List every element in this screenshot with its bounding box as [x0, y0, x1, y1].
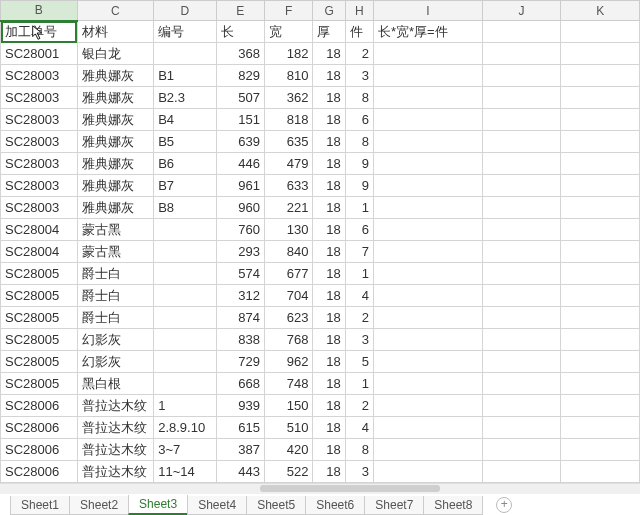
cell-H[interactable]: 2: [345, 395, 373, 417]
cell-J[interactable]: [482, 43, 561, 65]
sheet-tab-sheet2[interactable]: Sheet2: [69, 496, 129, 515]
cell-G[interactable]: 18: [313, 307, 345, 329]
cell-E[interactable]: 446: [216, 153, 264, 175]
cell-E[interactable]: 368: [216, 43, 264, 65]
cell-F[interactable]: 635: [265, 131, 313, 153]
cell-J[interactable]: [482, 109, 561, 131]
cell-H[interactable]: 5: [345, 351, 373, 373]
cell-K[interactable]: [561, 175, 640, 197]
column-header-I[interactable]: I: [373, 1, 482, 21]
cell-K[interactable]: [561, 153, 640, 175]
cell-G[interactable]: 18: [313, 395, 345, 417]
cell-I[interactable]: [373, 329, 482, 351]
cell-I[interactable]: [373, 395, 482, 417]
column-header-row[interactable]: BCDEFGHIJK: [1, 1, 640, 21]
cell-H[interactable]: 4: [345, 417, 373, 439]
cell-D[interactable]: [154, 329, 216, 351]
cell-B[interactable]: SC28004: [1, 241, 78, 263]
table-row[interactable]: SC28004蒙古黑760130186: [1, 219, 640, 241]
cell-C[interactable]: 黑白根: [77, 373, 154, 395]
sheet-tab-sheet7[interactable]: Sheet7: [364, 496, 424, 515]
cell-H[interactable]: 2: [345, 307, 373, 329]
cell-I[interactable]: [373, 87, 482, 109]
header-cell-B[interactable]: 加工单号: [1, 21, 78, 43]
cell-K[interactable]: [561, 65, 640, 87]
cell-C[interactable]: 雅典娜灰: [77, 175, 154, 197]
cell-B[interactable]: SC28006: [1, 461, 78, 483]
cell-I[interactable]: [373, 285, 482, 307]
cell-B[interactable]: SC28003: [1, 131, 78, 153]
cell-I[interactable]: [373, 351, 482, 373]
sheet-tab-sheet1[interactable]: Sheet1: [10, 496, 70, 515]
column-header-F[interactable]: F: [265, 1, 313, 21]
header-cell-K[interactable]: [561, 21, 640, 43]
cell-J[interactable]: [482, 461, 561, 483]
cell-H[interactable]: 6: [345, 109, 373, 131]
cell-J[interactable]: [482, 87, 561, 109]
cell-E[interactable]: 729: [216, 351, 264, 373]
header-cell-F[interactable]: 宽: [265, 21, 313, 43]
table-row[interactable]: SC28003雅典娜灰B7961633189: [1, 175, 640, 197]
cell-B[interactable]: SC28003: [1, 175, 78, 197]
header-cell-D[interactable]: 编号: [154, 21, 216, 43]
cell-J[interactable]: [482, 395, 561, 417]
cell-I[interactable]: [373, 439, 482, 461]
cell-C[interactable]: 雅典娜灰: [77, 153, 154, 175]
cell-E[interactable]: 443: [216, 461, 264, 483]
cell-C[interactable]: 银白龙: [77, 43, 154, 65]
column-header-E[interactable]: E: [216, 1, 264, 21]
cell-D[interactable]: B6: [154, 153, 216, 175]
sheet-tab-sheet4[interactable]: Sheet4: [187, 496, 247, 515]
cell-F[interactable]: 362: [265, 87, 313, 109]
cell-I[interactable]: [373, 153, 482, 175]
cell-J[interactable]: [482, 373, 561, 395]
cell-D[interactable]: 3~7: [154, 439, 216, 461]
cell-E[interactable]: 960: [216, 197, 264, 219]
cell-C[interactable]: 蒙古黑: [77, 241, 154, 263]
cell-E[interactable]: 874: [216, 307, 264, 329]
table-row[interactable]: SC28005幻影灰729962185: [1, 351, 640, 373]
cell-E[interactable]: 639: [216, 131, 264, 153]
cell-D[interactable]: B4: [154, 109, 216, 131]
cell-H[interactable]: 1: [345, 197, 373, 219]
table-row[interactable]: SC28006普拉达木纹11~14443522183: [1, 461, 640, 483]
cell-E[interactable]: 574: [216, 263, 264, 285]
cell-D[interactable]: B7: [154, 175, 216, 197]
cell-I[interactable]: [373, 109, 482, 131]
cell-F[interactable]: 479: [265, 153, 313, 175]
sheet-tab-sheet8[interactable]: Sheet8: [423, 496, 483, 515]
column-header-D[interactable]: D: [154, 1, 216, 21]
cell-K[interactable]: [561, 395, 640, 417]
cell-D[interactable]: B1: [154, 65, 216, 87]
cell-H[interactable]: 2: [345, 43, 373, 65]
header-cell-G[interactable]: 厚: [313, 21, 345, 43]
cell-F[interactable]: 840: [265, 241, 313, 263]
cell-B[interactable]: SC28003: [1, 197, 78, 219]
cell-G[interactable]: 18: [313, 43, 345, 65]
cell-C[interactable]: 普拉达木纹: [77, 395, 154, 417]
cell-F[interactable]: 510: [265, 417, 313, 439]
cell-D[interactable]: [154, 285, 216, 307]
cell-F[interactable]: 748: [265, 373, 313, 395]
column-header-H[interactable]: H: [345, 1, 373, 21]
cell-H[interactable]: 1: [345, 263, 373, 285]
cell-D[interactable]: [154, 351, 216, 373]
cell-G[interactable]: 18: [313, 65, 345, 87]
cell-G[interactable]: 18: [313, 439, 345, 461]
cell-I[interactable]: [373, 241, 482, 263]
cell-F[interactable]: 633: [265, 175, 313, 197]
cell-K[interactable]: [561, 417, 640, 439]
cell-B[interactable]: SC28005: [1, 373, 78, 395]
cell-K[interactable]: [561, 373, 640, 395]
table-row[interactable]: SC28004蒙古黑293840187: [1, 241, 640, 263]
cell-H[interactable]: 9: [345, 175, 373, 197]
cell-F[interactable]: 818: [265, 109, 313, 131]
cell-J[interactable]: [482, 65, 561, 87]
cell-K[interactable]: [561, 197, 640, 219]
cell-C[interactable]: 蒙古黑: [77, 219, 154, 241]
cell-K[interactable]: [561, 307, 640, 329]
column-header-J[interactable]: J: [482, 1, 561, 21]
cell-E[interactable]: 939: [216, 395, 264, 417]
table-row[interactable]: SC28006普拉达木纹3~7387420188: [1, 439, 640, 461]
cell-B[interactable]: SC28001: [1, 43, 78, 65]
